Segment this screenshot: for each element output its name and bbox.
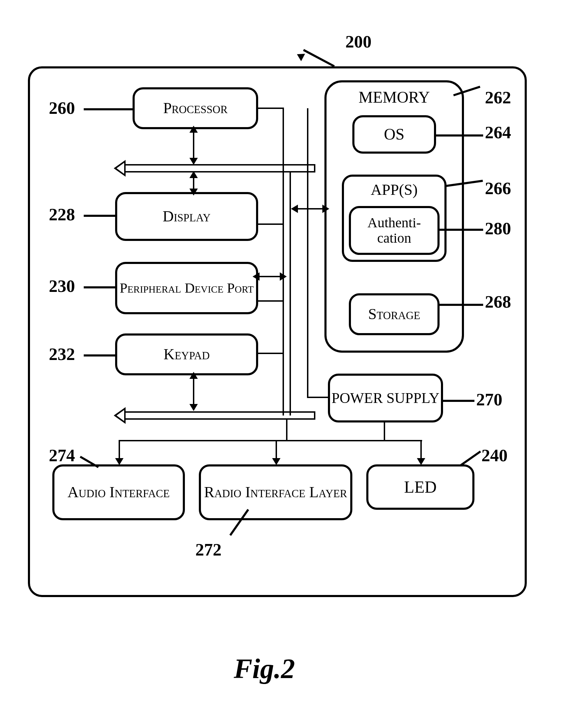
peripheral-label: Peripheral Device Port — [120, 280, 254, 296]
leader-280 — [440, 229, 483, 231]
ref-266: 266 — [485, 178, 511, 198]
drop-led — [420, 440, 422, 461]
led-label: LED — [404, 478, 436, 497]
display-label: Display — [163, 208, 210, 225]
rail-bottom — [119, 440, 422, 441]
ah — [115, 458, 123, 465]
drop-radio — [276, 440, 277, 461]
ah — [417, 458, 425, 465]
bus-vert-outer — [307, 108, 308, 398]
leader-264 — [436, 134, 483, 137]
bus-lower-arrow — [114, 407, 126, 424]
processor-box: Processor — [133, 87, 258, 129]
memory-label: MEMORY — [359, 89, 430, 106]
ref-272: 272 — [195, 539, 222, 560]
conn-periph — [258, 276, 281, 277]
leader-268 — [440, 304, 483, 306]
arrowhead-200 — [295, 51, 305, 61]
auth-label: Authenti- cation — [367, 215, 421, 246]
leader-200 — [303, 49, 335, 67]
power-box: POWER SUPPLY — [328, 374, 443, 422]
leader-260 — [84, 108, 133, 110]
ah — [189, 171, 198, 178]
bus-lower-top — [126, 411, 314, 413]
conn-power-in — [307, 397, 328, 398]
led-box: LED — [366, 464, 474, 510]
bus-vert-inner-l — [283, 108, 284, 416]
apps-label: APP(S) — [371, 182, 418, 198]
ah — [253, 272, 260, 281]
ref-240: 240 — [481, 445, 508, 465]
leader-228 — [84, 215, 115, 217]
ah — [189, 404, 198, 411]
ref-228: 228 — [49, 204, 75, 225]
ref-230: 230 — [49, 276, 75, 296]
conn-periph-low — [258, 300, 283, 302]
rail-feed-power — [384, 422, 385, 441]
ref-264: 264 — [485, 122, 511, 142]
ref-262: 262 — [485, 87, 511, 108]
ah — [189, 372, 198, 379]
ref-270: 270 — [476, 389, 502, 410]
bus-upper-bot — [126, 171, 314, 172]
ref-232: 232 — [49, 344, 75, 364]
ah — [322, 205, 329, 213]
ah — [189, 158, 198, 165]
processor-label: Processor — [163, 100, 228, 117]
ah — [189, 126, 198, 133]
ref-260: 260 — [49, 98, 75, 118]
ah — [280, 272, 287, 281]
leader-270 — [443, 400, 474, 402]
radio-label: Radio Interface Layer — [204, 484, 347, 501]
radio-box: Radio Interface Layer — [199, 464, 352, 520]
leader-230 — [84, 286, 115, 288]
drop-audio — [119, 440, 120, 461]
bus-upper-arrow — [114, 160, 126, 177]
bus-lower-cap — [314, 411, 315, 420]
ah — [272, 458, 280, 465]
auth-box: Authenti- cation — [349, 206, 440, 255]
figure-caption: Fig.2 — [234, 653, 295, 685]
power-label: POWER SUPPLY — [331, 390, 440, 406]
conn-keypad-right — [258, 353, 283, 354]
ref-268: 268 — [485, 292, 511, 312]
conn-disp-right — [258, 223, 283, 225]
ref-274: 274 — [49, 445, 75, 465]
os-box: OS — [352, 115, 436, 154]
leader-232 — [84, 354, 115, 356]
audio-label: Audio Interface — [68, 484, 170, 501]
bus-lower-bot — [126, 418, 314, 420]
ref-200: 200 — [345, 31, 372, 52]
storage-label: Storage — [368, 306, 420, 323]
keypad-label: Keypad — [164, 346, 210, 363]
os-label: OS — [384, 126, 405, 144]
conn-keypad-bus — [193, 375, 194, 407]
figure-2: 200 Processor 260 Display 228 Peripheral… — [0, 0, 562, 728]
bus-upper-cap — [314, 164, 315, 172]
display-box: Display — [115, 192, 258, 241]
ah — [291, 205, 298, 213]
peripheral-box: Peripheral Device Port — [115, 262, 258, 314]
conn-proc-right — [258, 108, 284, 109]
conn-proc-bus — [193, 129, 194, 161]
ah — [189, 189, 198, 196]
keypad-box: Keypad — [115, 333, 258, 375]
rail-feed — [286, 418, 287, 441]
conn-mem — [297, 208, 324, 209]
bus-upper-top — [126, 164, 314, 166]
storage-box: Storage — [349, 293, 440, 335]
ref-280: 280 — [485, 218, 511, 238]
audio-box: Audio Interface — [52, 464, 185, 520]
